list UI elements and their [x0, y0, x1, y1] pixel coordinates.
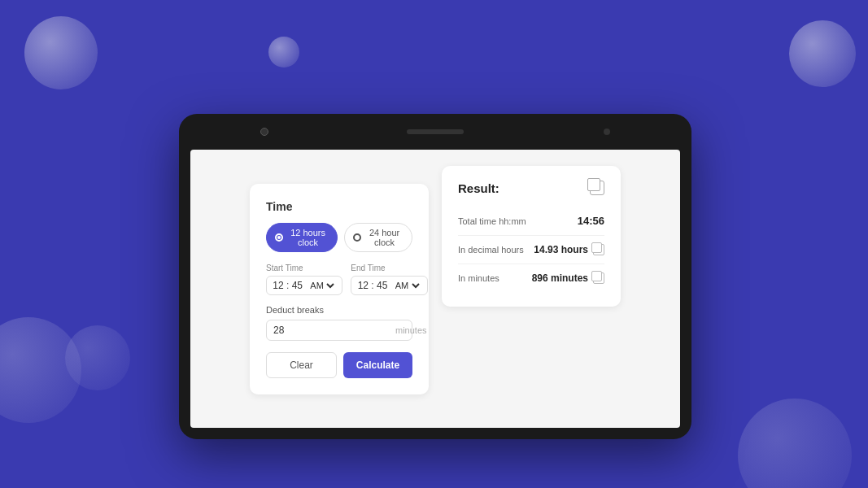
- tablet-speaker: [407, 129, 464, 134]
- result-header: Result:: [458, 181, 604, 195]
- sphere-ml: [0, 317, 81, 423]
- start-hour: 12: [272, 280, 285, 291]
- tablet-screen: Time 12 hours clock 24 hour clock Start …: [190, 150, 680, 428]
- result-title: Result:: [458, 181, 499, 195]
- radio-24-icon: [353, 233, 361, 242]
- time-card-title: Time: [266, 200, 412, 213]
- tablet-camera-left: [260, 128, 268, 136]
- end-time-input-box[interactable]: 12 : 45 AM PM: [351, 276, 427, 295]
- time-calculator-card: Time 12 hours clock 24 hour clock Start …: [250, 184, 429, 394]
- clock-12-label: 12 hours clock: [287, 228, 329, 247]
- start-time-input-box[interactable]: 12 : 45 AM PM: [266, 276, 342, 295]
- deduct-unit: minutes: [395, 325, 427, 335]
- copy-all-icon[interactable]: [590, 181, 604, 195]
- result-row-minutes: In minutes 896 minutes: [458, 264, 604, 292]
- copy-decimal-icon[interactable]: [593, 244, 604, 255]
- tablet-frame: Time 12 hours clock 24 hour clock Start …: [179, 114, 691, 439]
- clock-24-label: 24 hour clock: [365, 228, 403, 247]
- sphere-tl: [24, 16, 98, 89]
- sphere-mr: [738, 399, 852, 488]
- sphere-tr: [789, 20, 856, 87]
- calculate-button[interactable]: Calculate: [343, 352, 412, 378]
- result-value-minutes: 896 minutes: [532, 272, 588, 284]
- start-time-label: Start Time: [266, 264, 342, 272]
- start-time-group: Start Time 12 : 45 AM PM: [266, 264, 342, 295]
- result-label-decimal: In decimal hours: [458, 245, 524, 255]
- result-right-hhmm: 14:56: [578, 215, 604, 227]
- result-card: Result: Total time hh:mm 14:56 In decima…: [442, 166, 621, 307]
- start-min: 45: [290, 280, 303, 291]
- clock-24-button[interactable]: 24 hour clock: [344, 223, 412, 252]
- result-label-minutes: In minutes: [458, 273, 499, 283]
- copy-minutes-icon[interactable]: [593, 272, 604, 284]
- sphere-ml2: [65, 325, 130, 390]
- end-min: 45: [376, 280, 389, 291]
- start-ampm-select[interactable]: AM PM: [307, 280, 337, 291]
- clock-12-button[interactable]: 12 hours clock: [266, 223, 338, 252]
- deduct-breaks-label: Deduct breaks: [266, 305, 412, 315]
- tablet-camera-right: [604, 129, 610, 135]
- end-ampm-select[interactable]: AM PM: [392, 280, 422, 291]
- sphere-tc: [268, 37, 299, 68]
- result-right-minutes: 896 minutes: [532, 272, 604, 284]
- deduct-breaks-input[interactable]: [273, 325, 395, 336]
- time-fields-row: Start Time 12 : 45 AM PM End Time 12: [266, 264, 412, 295]
- clock-toggle: 12 hours clock 24 hour clock: [266, 223, 412, 252]
- start-separator: :: [286, 280, 289, 291]
- result-label-hhmm: Total time hh:mm: [458, 216, 526, 226]
- deduct-input-wrap: minutes: [266, 320, 412, 341]
- result-row-decimal: In decimal hours 14.93 hours: [458, 236, 604, 264]
- result-row-hhmm: Total time hh:mm 14:56: [458, 207, 604, 236]
- radio-12-icon: [275, 233, 283, 242]
- result-value-decimal: 14.93 hours: [534, 244, 588, 255]
- clear-button[interactable]: Clear: [266, 352, 337, 378]
- end-time-group: End Time 12 : 45 AM PM: [351, 264, 427, 295]
- result-value-hhmm: 14:56: [578, 215, 604, 227]
- end-separator: :: [371, 280, 373, 291]
- result-right-decimal: 14.93 hours: [534, 244, 604, 255]
- end-time-label: End Time: [351, 264, 427, 272]
- end-hour: 12: [356, 280, 369, 291]
- action-buttons: Clear Calculate: [266, 352, 412, 378]
- tablet-top-bar: [179, 114, 691, 150]
